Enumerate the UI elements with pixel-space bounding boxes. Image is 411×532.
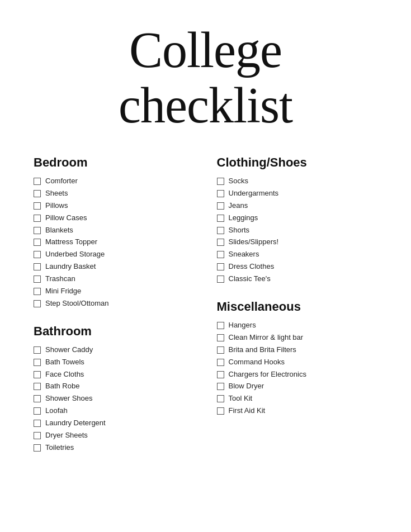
item-label: Bath Robe (45, 382, 79, 391)
item-label: Dress Clothes (229, 262, 275, 272)
checkbox[interactable] (34, 202, 41, 210)
list-item: Shorts (217, 226, 378, 235)
list-item: Shower Shoes (34, 394, 195, 403)
item-label: Chargers for Electronics (229, 370, 306, 379)
checkbox[interactable] (217, 251, 224, 258)
item-label: Classic Tee's (229, 274, 271, 284)
checkbox[interactable] (217, 178, 224, 185)
checkbox[interactable] (34, 251, 41, 258)
section-clothing: Clothing/Shoes Socks Undergarments Jeans (217, 155, 378, 284)
item-label: Command Hooks (229, 358, 285, 367)
checkbox[interactable] (217, 227, 224, 234)
list-item: Sheets (34, 189, 195, 198)
item-label: Sneakers (229, 250, 259, 259)
item-label: Jeans (229, 201, 248, 211)
content-grid: Bedroom Comforter Sheets Pillows (34, 155, 377, 468)
checkbox[interactable] (217, 239, 224, 246)
list-item: Laundry Basket (34, 262, 195, 272)
checkbox[interactable] (217, 322, 224, 329)
list-item: Bath Towels (34, 358, 195, 367)
item-label: Shower Shoes (45, 394, 93, 403)
checkbox[interactable] (217, 395, 224, 402)
checkbox[interactable] (217, 371, 224, 378)
checkbox[interactable] (34, 420, 41, 427)
list-item: Brita and Brita Filters (217, 345, 378, 355)
checkbox[interactable] (34, 383, 41, 390)
list-item: Blankets (34, 226, 195, 235)
item-label: Mattress Topper (45, 238, 97, 247)
item-label: Brita and Brita Filters (229, 345, 296, 355)
list-item: First Aid Kit (217, 406, 378, 416)
item-label: First Aid Kit (229, 406, 266, 416)
checkbox[interactable] (34, 395, 41, 402)
checkbox[interactable] (217, 383, 224, 390)
item-label: Laundry Detergent (45, 419, 106, 428)
item-label: Trashcan (45, 274, 75, 284)
item-label: Leggings (229, 213, 258, 223)
item-label: Blankets (45, 226, 73, 235)
checkbox[interactable] (217, 359, 224, 366)
list-item: Hangers (217, 321, 378, 330)
list-item: Toiletries (34, 443, 195, 453)
checkbox[interactable] (217, 276, 224, 283)
checkbox[interactable] (34, 276, 41, 283)
bedroom-title: Bedroom (34, 155, 195, 170)
checkbox[interactable] (217, 407, 224, 415)
item-label: Comforter (45, 177, 78, 186)
item-label: Shower Caddy (45, 345, 93, 355)
checkbox[interactable] (217, 202, 224, 210)
bedroom-list: Comforter Sheets Pillows Pillow Cases (34, 177, 195, 308)
checkbox[interactable] (34, 263, 41, 270)
item-label: Face Cloths (45, 370, 84, 379)
list-item: Slides/Slippers! (217, 238, 378, 247)
item-label: Clean Mirror & light bar (229, 333, 304, 343)
list-item: Jeans (217, 201, 378, 211)
list-item: Sneakers (217, 250, 378, 259)
checkbox[interactable] (34, 190, 41, 197)
bathroom-list: Shower Caddy Bath Towels Face Cloths Bat… (34, 345, 195, 453)
checkbox[interactable] (34, 432, 41, 439)
list-item: Leggings (217, 213, 378, 223)
checkbox[interactable] (34, 371, 41, 378)
checkbox[interactable] (217, 263, 224, 270)
checkbox[interactable] (34, 300, 41, 307)
list-item: Mattress Topper (34, 238, 195, 247)
clothing-list: Socks Undergarments Jeans Leggings (217, 177, 378, 284)
checkbox[interactable] (217, 215, 224, 222)
item-label: Shorts (229, 226, 250, 235)
checkbox[interactable] (34, 178, 41, 185)
item-label: Tool Kit (229, 394, 253, 403)
title-area: College checklist (34, 11, 377, 150)
checkbox[interactable] (34, 407, 41, 415)
checkbox[interactable] (34, 239, 41, 246)
checkbox[interactable] (34, 359, 41, 366)
list-item: Shower Caddy (34, 345, 195, 355)
right-column: Clothing/Shoes Socks Undergarments Jeans (217, 155, 378, 468)
page-title: College checklist (34, 22, 377, 133)
item-label: Mini Fridge (45, 287, 81, 296)
list-item: Trashcan (34, 274, 195, 284)
checkbox[interactable] (217, 346, 224, 354)
list-item: Chargers for Electronics (217, 370, 378, 379)
item-label: Pillow Cases (45, 213, 87, 223)
title-line1: College (129, 22, 282, 78)
checkbox[interactable] (217, 334, 224, 341)
item-label: Hangers (229, 321, 256, 330)
checkbox[interactable] (217, 190, 224, 197)
item-label: Dryer Sheets (45, 431, 88, 440)
item-label: Socks (229, 177, 248, 186)
section-bedroom: Bedroom Comforter Sheets Pillows (34, 155, 195, 308)
checkbox[interactable] (34, 288, 41, 295)
checkbox[interactable] (34, 444, 41, 452)
item-label: Bath Towels (45, 358, 84, 367)
checkbox[interactable] (34, 215, 41, 222)
list-item: Socks (217, 177, 378, 186)
list-item: Tool Kit (217, 394, 378, 403)
section-bathroom: Bathroom Shower Caddy Bath Towels Face C… (34, 324, 195, 453)
section-miscellaneous: Miscellaneous Hangers Clean Mirror & lig… (217, 300, 378, 416)
checkbox[interactable] (34, 346, 41, 354)
checkbox[interactable] (34, 227, 41, 234)
title-line2: checklist (119, 78, 292, 133)
item-label: Pillows (45, 201, 68, 211)
page: College checklist Bedroom Comforter Shee… (0, 0, 411, 532)
